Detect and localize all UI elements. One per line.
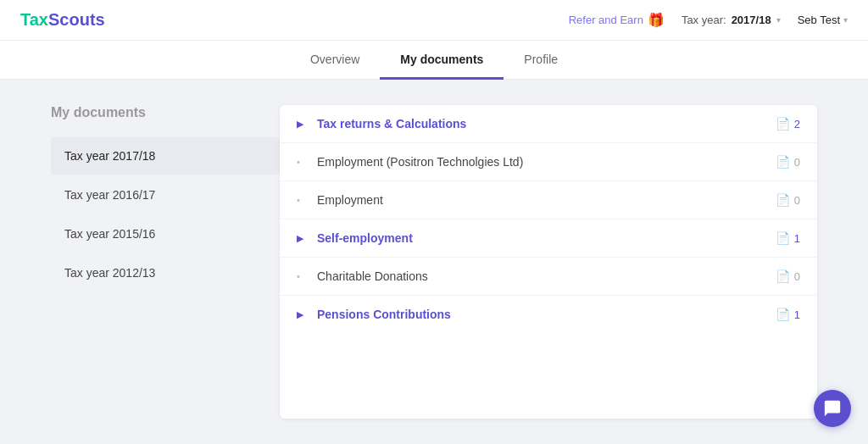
page-title: My documents xyxy=(51,105,280,120)
nav-profile-label: Profile xyxy=(524,53,558,66)
doc-row-charitable-donations[interactable]: • Charitable Donations 📄 0 xyxy=(280,258,817,296)
logo-tax: Tax xyxy=(20,10,48,29)
doc-name-employment-positron: Employment (Positron Technolgies Ltd) xyxy=(317,155,776,169)
refer-earn-emoji: 🎁 xyxy=(648,12,665,28)
doc-count-employment-positron: 📄 0 xyxy=(776,155,800,169)
nav-item-profile[interactable]: Profile xyxy=(504,41,578,80)
tax-year-selector[interactable]: Tax year: 2017/18 ▾ xyxy=(682,14,781,26)
tax-year-item-2016[interactable]: Tax year 2016/17 xyxy=(51,176,280,214)
user-menu-chevron-icon: ▾ xyxy=(843,15,848,25)
tax-year-list: My documents Tax year 2017/18 Tax year 2… xyxy=(51,105,280,419)
tax-year-label: Tax year: xyxy=(682,14,726,26)
doc-row-employment[interactable]: • Employment 📄 0 xyxy=(280,181,817,219)
refer-earn-label: Refer and Earn xyxy=(569,14,643,26)
tax-year-2012-label: Tax year 2012/13 xyxy=(64,266,155,280)
file-icon-employment: 📄 xyxy=(776,193,790,207)
logo-scouts: Scouts xyxy=(48,10,105,29)
nav-item-overview[interactable]: Overview xyxy=(290,41,380,80)
doc-count-tax-returns: 📄 2 xyxy=(776,117,800,130)
file-icon-self-employment: 📄 xyxy=(776,231,790,245)
expand-icon-self-employment: ▶ xyxy=(297,233,309,244)
nav-item-my-documents[interactable]: My documents xyxy=(380,41,504,80)
file-icon-tax-returns: 📄 xyxy=(776,117,790,130)
tax-year-item-2015[interactable]: Tax year 2015/16 xyxy=(51,215,280,253)
count-pensions: 1 xyxy=(794,308,800,321)
user-name: Seb Test xyxy=(798,14,840,26)
tax-year-2017-label: Tax year 2017/18 xyxy=(64,149,155,163)
count-charitable-donations: 0 xyxy=(794,270,800,283)
tax-year-chevron-icon: ▾ xyxy=(776,15,781,25)
expand-icon-pensions: ▶ xyxy=(297,309,309,320)
doc-count-employment: 📄 0 xyxy=(776,193,800,207)
tax-year-value: 2017/18 xyxy=(732,14,771,26)
chat-icon xyxy=(823,399,842,418)
file-icon-pensions: 📄 xyxy=(776,308,790,321)
tax-year-item-2012[interactable]: Tax year 2012/13 xyxy=(51,254,280,291)
doc-name-charitable-donations: Charitable Donations xyxy=(317,269,776,283)
tax-year-2016-label: Tax year 2016/17 xyxy=(64,188,155,202)
doc-row-self-employment[interactable]: ▶ Self-employment 📄 1 xyxy=(280,219,817,258)
tax-year-item-2017[interactable]: Tax year 2017/18 xyxy=(51,137,280,175)
file-icon-employment-positron: 📄 xyxy=(776,155,790,169)
doc-row-tax-returns[interactable]: ▶ Tax returns & Calculations 📄 2 xyxy=(280,105,817,143)
doc-name-pensions: Pensions Contributions xyxy=(317,308,776,321)
user-menu[interactable]: Seb Test ▾ xyxy=(798,14,848,26)
expand-icon-tax-returns: ▶ xyxy=(297,119,309,130)
bullet-charitable-donations: • xyxy=(297,271,309,281)
doc-count-charitable-donations: 📄 0 xyxy=(776,269,800,283)
doc-count-pensions: 📄 1 xyxy=(776,308,800,321)
doc-name-tax-returns: Tax returns & Calculations xyxy=(317,117,776,130)
header-right: Refer and Earn 🎁 Tax year: 2017/18 ▾ Seb… xyxy=(569,12,848,28)
doc-name-employment: Employment xyxy=(317,193,776,207)
logo: TaxScouts xyxy=(20,10,105,30)
bullet-employment: • xyxy=(297,195,309,205)
chat-button[interactable] xyxy=(814,390,851,427)
bullet-employment-positron: • xyxy=(297,157,309,167)
navigation: Overview My documents Profile xyxy=(0,41,868,80)
count-tax-returns: 2 xyxy=(794,118,800,130)
count-employment: 0 xyxy=(794,194,800,207)
doc-row-pensions[interactable]: ▶ Pensions Contributions 📄 1 xyxy=(280,296,817,333)
file-icon-charitable-donations: 📄 xyxy=(776,269,790,283)
refer-earn-link[interactable]: Refer and Earn 🎁 xyxy=(569,12,665,28)
doc-row-employment-positron[interactable]: • Employment (Positron Technolgies Ltd) … xyxy=(280,143,817,181)
nav-my-documents-label: My documents xyxy=(400,53,483,66)
count-employment-positron: 0 xyxy=(794,156,800,169)
header: TaxScouts Refer and Earn 🎁 Tax year: 201… xyxy=(0,0,868,41)
doc-name-self-employment: Self-employment xyxy=(317,231,776,245)
doc-count-self-employment: 📄 1 xyxy=(776,231,800,245)
tax-year-2015-label: Tax year 2015/16 xyxy=(64,227,155,241)
main-content: My documents Tax year 2017/18 Tax year 2… xyxy=(0,80,868,444)
count-self-employment: 1 xyxy=(794,232,800,245)
documents-panel: ▶ Tax returns & Calculations 📄 2 • Emplo… xyxy=(280,105,817,419)
nav-overview-label: Overview xyxy=(310,53,359,66)
